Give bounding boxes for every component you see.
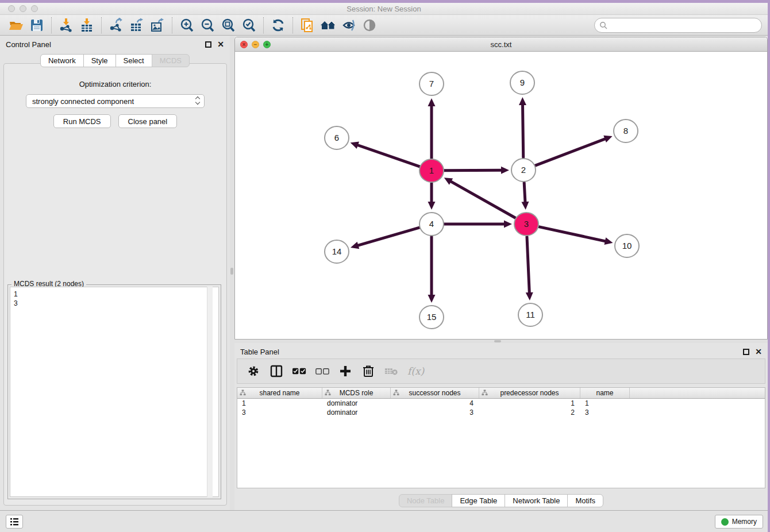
network-titlebar[interactable]: × − + scc.txt <box>235 37 767 52</box>
edge-arrowhead <box>351 242 359 249</box>
graph-edge-3-1[interactable] <box>449 181 515 218</box>
mcds-result-list[interactable]: 13 <box>10 287 219 497</box>
zoom-out-icon <box>200 18 215 33</box>
graph-edge-2-8[interactable] <box>536 138 607 165</box>
toolbar-separator <box>292 17 293 33</box>
table-row[interactable]: 1dominator411 <box>237 399 765 408</box>
tab-network[interactable]: Network <box>40 54 84 67</box>
table-cell[interactable]: 4 <box>391 399 479 408</box>
graph-edge-2-9[interactable] <box>522 103 523 157</box>
graph-edge-1-6[interactable] <box>356 145 419 167</box>
toolbar-separator <box>101 17 102 33</box>
export-network-icon <box>109 18 124 33</box>
table-cell[interactable]: dominator <box>322 399 391 408</box>
run-mcds-button[interactable]: Run MCDS <box>53 114 111 128</box>
hide-glasses-button[interactable] <box>338 16 359 34</box>
tab-node-table[interactable]: Node Table <box>399 494 453 507</box>
result-scrollbar[interactable] <box>207 287 213 497</box>
tab-edge-table[interactable]: Edge Table <box>452 494 505 507</box>
export-table-button[interactable] <box>126 16 147 34</box>
graph-edge-4-14[interactable] <box>357 228 419 246</box>
save-session-button[interactable] <box>26 16 47 34</box>
graph-edge-3-11[interactable] <box>527 237 529 294</box>
refresh-layout-button[interactable] <box>268 16 288 34</box>
import-network-button[interactable] <box>56 16 76 34</box>
node-table[interactable]: shared nameMCDS rolesuccessor nodesprede… <box>237 387 765 488</box>
splitter-grip[interactable] <box>230 268 233 275</box>
save-floppy-icon <box>29 18 44 33</box>
table-row[interactable]: 3dominator323 <box>237 408 765 417</box>
column-header-MCDS-role[interactable]: MCDS role <box>322 388 391 398</box>
delete-table-icon[interactable] <box>384 364 398 378</box>
close-panel-button[interactable]: Close panel <box>118 114 178 128</box>
network-title: scc.txt <box>235 40 767 49</box>
table-cell[interactable]: 1 <box>237 399 322 408</box>
table-cell[interactable]: 3 <box>580 408 630 417</box>
column-header-shared-name[interactable]: shared name <box>237 388 322 398</box>
column-header-successor-nodes[interactable]: successor nodes <box>391 388 479 398</box>
column-label: name <box>596 389 613 397</box>
tab-style[interactable]: Style <box>83 54 116 67</box>
edge-arrowhead <box>504 221 512 228</box>
gear-icon[interactable] <box>247 364 260 378</box>
float-table-panel-icon[interactable] <box>743 349 749 355</box>
edge-arrowhead <box>501 167 509 174</box>
tab-select[interactable]: Select <box>116 54 152 67</box>
table-cell[interactable]: 1 <box>580 399 630 408</box>
edge-arrowhead <box>428 98 436 106</box>
function-builder-icon[interactable]: f(x) <box>407 365 424 377</box>
splitter-grip[interactable] <box>494 340 501 342</box>
attribute-icon <box>240 390 246 396</box>
zoom-fit-button[interactable] <box>218 16 238 34</box>
home-views-button[interactable] <box>318 16 338 34</box>
deselect-all-checkboxes-icon[interactable] <box>315 364 329 378</box>
criterion-dropdown[interactable]: strongly connected component <box>26 94 205 108</box>
task-history-button[interactable] <box>6 515 23 529</box>
column-header-name[interactable]: name <box>580 388 630 398</box>
table-tabs: Node TableEdge TableNetwork TableMotifs <box>234 494 768 507</box>
import-table-icon <box>79 18 94 33</box>
toolbar-separator <box>263 17 264 33</box>
graph-edge-1-2[interactable] <box>444 170 503 171</box>
add-column-icon[interactable] <box>338 364 352 378</box>
table-cell[interactable]: 3 <box>391 408 479 417</box>
import-table-button[interactable] <box>76 16 97 34</box>
export-image-button[interactable] <box>147 16 168 34</box>
table-panel: Table Panel ✕ <box>234 343 768 510</box>
tab-motifs[interactable]: Motifs <box>567 494 603 507</box>
memory-button[interactable]: Memory <box>715 515 763 529</box>
search-field[interactable] <box>594 18 762 33</box>
zoom-selected-button[interactable] <box>238 16 259 34</box>
tab-network-table[interactable]: Network Table <box>505 494 568 507</box>
table-cell[interactable]: 3 <box>237 408 322 417</box>
close-panel-icon[interactable]: ✕ <box>217 40 224 48</box>
table-body: 1dominator4113dominator323 <box>237 399 765 417</box>
node-label: 1 <box>429 165 434 175</box>
table-cell[interactable]: 2 <box>479 408 580 417</box>
column-header-predecessor-nodes[interactable]: predecessor nodes <box>479 388 580 398</box>
vertical-splitter[interactable] <box>230 36 234 510</box>
delete-column-icon[interactable] <box>361 364 375 378</box>
select-all-checkboxes-icon[interactable] <box>292 364 306 378</box>
table-cell[interactable]: dominator <box>322 408 391 417</box>
clone-network-button[interactable] <box>297 16 318 34</box>
close-table-panel-icon[interactable]: ✕ <box>755 348 762 356</box>
float-panel-icon[interactable] <box>205 41 211 48</box>
export-network-button[interactable] <box>106 16 126 34</box>
show-eye-button[interactable] <box>359 16 380 34</box>
network-canvas[interactable]: 7968124314101511 <box>235 52 767 339</box>
zoom-in-button[interactable] <box>176 16 197 34</box>
open-folder-icon <box>9 18 24 33</box>
split-columns-icon[interactable] <box>270 364 283 378</box>
zoom-fit-icon <box>221 18 236 33</box>
graph-edge-3-10[interactable] <box>538 227 606 242</box>
edge-arrowhead <box>521 202 529 210</box>
graph-edge-2-3[interactable] <box>524 183 525 203</box>
tab-mcds[interactable]: MCDS <box>152 54 190 67</box>
table-cell[interactable]: 1 <box>479 399 580 408</box>
column-label: MCDS role <box>340 389 374 397</box>
zoom-in-icon <box>179 18 194 33</box>
zoom-out-button[interactable] <box>197 16 218 34</box>
open-session-button[interactable] <box>6 16 26 34</box>
search-input[interactable] <box>607 21 761 29</box>
